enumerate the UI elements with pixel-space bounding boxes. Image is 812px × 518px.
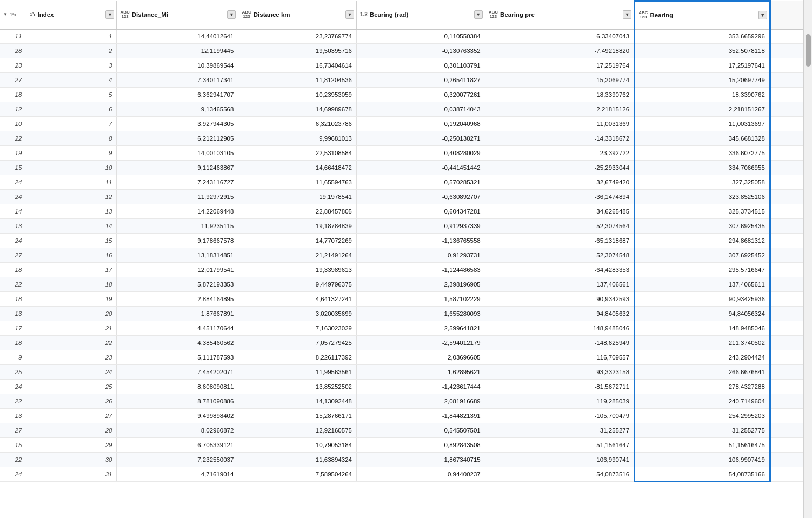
filter-btn-bearing-pre[interactable]: ▼ (623, 10, 631, 19)
bearing-type-icon: ABC 123 (638, 11, 648, 19)
table-cell: 18 (0, 88, 26, 102)
table-cell: 11,92972915 (117, 190, 238, 204)
table-row[interactable]: 18224,3854605627,057279425-2,594012179-1… (0, 336, 812, 350)
table-row[interactable]: 19914,0010310522,53108584-0,408280029-23… (0, 146, 812, 161)
table-row[interactable]: 17214,4511706447,1630230292,599641821148… (0, 321, 812, 336)
table-row[interactable]: 24314,716190147,5895042640,9440023754,08… (0, 467, 812, 482)
table-cell: 3,927944305 (117, 117, 238, 131)
table-cell: 15 (0, 438, 26, 453)
table-cell: 30 (26, 453, 117, 467)
table-row[interactable]: 1269,1346556814,699896780,0387140432,218… (0, 102, 812, 117)
table-cell: 2,398196905 (356, 277, 485, 292)
table-row[interactable]: 2747,34011734111,812045360,26541182715,2… (0, 73, 812, 88)
table-row[interactable]: 27288,0296087212,921605750,54550750131,2… (0, 423, 812, 438)
table-cell: -105,700479 (485, 409, 634, 423)
table-cell: 9 (0, 350, 26, 365)
table-cell: 327,325058 (635, 175, 770, 190)
table-cell: 7 (26, 117, 117, 131)
table-cell: 22 (26, 336, 117, 350)
table-cell: 0,94400237 (356, 467, 485, 482)
table-cell: 7,340117341 (117, 73, 238, 88)
table-row[interactable]: 13279,49989840215,28766171-1,844821391-1… (0, 409, 812, 423)
table-row[interactable]: 24258,60809081113,85252502-1,423617444-8… (0, 380, 812, 394)
table-row[interactable]: 9235,1117875938,226117392-2,03696605-116… (0, 350, 812, 365)
table-cell: 307,6925435 (635, 219, 770, 234)
table-row[interactable]: 22268,78109088614,13092448-2,081916689-1… (0, 394, 812, 409)
col-header-bearing-pre[interactable]: ABC 123 Bearing pre ▼ (485, 1, 634, 29)
table-cell: 19,1978541 (238, 190, 357, 204)
filter-btn-bearing[interactable]: ▼ (758, 11, 767, 19)
table-cell: 211,3740502 (635, 336, 770, 350)
filter-btn-index[interactable]: ▼ (105, 10, 114, 19)
col-header-distance-km[interactable]: ABC 123 Distance km ▼ (238, 1, 357, 29)
table-cell: 8,608090811 (117, 380, 238, 394)
table-cell: 19 (26, 292, 117, 307)
table-row[interactable]: 24117,24311672711,65594763-0,570285321-3… (0, 175, 812, 190)
table-row[interactable]: 28212,119944519,50395716-0,130763352-7,4… (0, 44, 812, 58)
table-row[interactable]: 181712,0179954119,33989613-1,124486583-6… (0, 263, 812, 277)
table-cell: -34,6265485 (485, 204, 634, 219)
col-header-rownum: ▼ 1²₃ (0, 1, 26, 29)
table-row[interactable]: 2286,2121129059,99681013-0,250138271-14,… (0, 131, 812, 146)
table-cell: 9,449796375 (238, 277, 357, 292)
table-row[interactable]: 25247,45420207111,99563561-1,62895621-93… (0, 365, 812, 380)
table-cell: -0,570285321 (356, 175, 485, 190)
table-cell: 1,87667891 (117, 307, 238, 321)
table-cell: 13,85252502 (238, 380, 357, 394)
filter-btn-distance-mi[interactable]: ▼ (227, 10, 236, 19)
table-cell: 2,599641821 (356, 321, 485, 336)
table-cell: 13 (0, 307, 26, 321)
table-cell: 3 (26, 58, 117, 73)
table-row[interactable]: 141314,2206944822,88457805-0,604347281-3… (0, 204, 812, 219)
bearing-rad-type-icon: 1.2 (360, 12, 368, 17)
table-row[interactable]: 11114,4401264123,23769774-0,110550384-6,… (0, 29, 812, 44)
table-cell: 22,53108584 (238, 146, 357, 161)
table-cell: 14,00103105 (117, 146, 238, 161)
table-row[interactable]: 15296,70533912110,790531840,89284350851,… (0, 438, 812, 453)
col-header-bearing-rad[interactable]: 1.2 Bearing (rad) ▼ (356, 1, 485, 29)
col-header-distance-mi[interactable]: ABC 123 Distance_Mi ▼ (117, 1, 238, 29)
table-cell: 19,18784839 (238, 219, 357, 234)
table-cell: 6,705339121 (117, 438, 238, 453)
table-cell: 51,1561647 (485, 438, 634, 453)
table-row[interactable]: 271613,1831485121,21491264-0,91293731-52… (0, 248, 812, 263)
table-cell: 1 (26, 29, 117, 44)
table-cell: 15,2069774 (485, 73, 634, 88)
table-row[interactable]: 18192,8841648954,6413272411,58710222990,… (0, 292, 812, 307)
table-cell: 254,2995203 (635, 409, 770, 423)
scrollbar[interactable] (803, 0, 812, 518)
table-row[interactable]: 131411,923511519,18784839-0,912937339-52… (0, 219, 812, 234)
table-cell: -81,5672711 (485, 380, 634, 394)
bearing-pre-type-icon: ABC 123 (489, 10, 498, 19)
table-cell: 4,385460562 (117, 336, 238, 350)
table-row[interactable]: 1073,9279443056,3210237860,19204096811,0… (0, 117, 812, 131)
table-cell: 23 (0, 58, 26, 73)
table-cell: -64,4283353 (485, 263, 634, 277)
table-cell: -0,110550384 (356, 29, 485, 44)
col-header-index[interactable]: 1²₃ Index ▼ (26, 1, 117, 29)
table-row[interactable]: 13201,876678913,0200356991,65528009394,8… (0, 307, 812, 321)
table-cell: 352,5078118 (635, 44, 770, 58)
filter-btn-bearing-rad[interactable]: ▼ (474, 10, 483, 19)
table-cell: 2 (26, 44, 117, 58)
table-cell: 14,44012641 (117, 29, 238, 44)
table-cell: 4,641327241 (238, 292, 357, 307)
table-cell: 294,8681312 (635, 234, 770, 248)
table-row[interactable]: 23310,3986954416,734046140,30110379117,2… (0, 58, 812, 73)
table-row[interactable]: 241211,9297291519,1978541-0,630892707-36… (0, 190, 812, 204)
table-cell: -52,3074564 (485, 219, 634, 234)
table-row[interactable]: 22307,23255003711,638943241,867340715106… (0, 453, 812, 467)
table-row[interactable]: 22185,8721933539,4497963752,398196905137… (0, 277, 812, 292)
table-cell: 5 (26, 88, 117, 102)
filter-btn-distance-km[interactable]: ▼ (345, 10, 354, 19)
table-row[interactable]: 24159,17866757814,77072269-1,136765558-6… (0, 234, 812, 248)
table-row[interactable]: 1856,36294170710,239530590,32007726118,3… (0, 88, 812, 102)
table-cell: 11 (0, 29, 26, 44)
col-label-distance-km: Distance km (254, 11, 290, 18)
col-header-bearing[interactable]: ABC 123 Bearing ▼ (635, 1, 770, 29)
table-row[interactable]: 15109,11246386714,66418472-0,441451442-2… (0, 161, 812, 175)
table-cell: 20 (26, 307, 117, 321)
table-cell: 7,243116727 (117, 175, 238, 190)
table-cell: 1,655280093 (356, 307, 485, 321)
scrollbar-thumb[interactable] (806, 34, 811, 67)
